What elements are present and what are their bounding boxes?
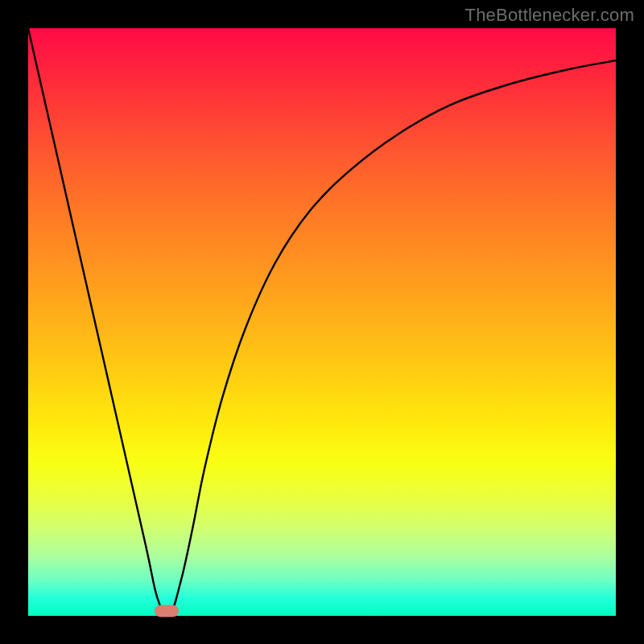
curve-svg: [28, 28, 616, 616]
plot-area: [28, 28, 616, 616]
chart-frame: TheBottlenecker.com: [0, 0, 644, 644]
attribution-text: TheBottlenecker.com: [465, 5, 634, 26]
bottleneck-curve: [28, 28, 616, 616]
minimum-marker: [155, 605, 179, 617]
